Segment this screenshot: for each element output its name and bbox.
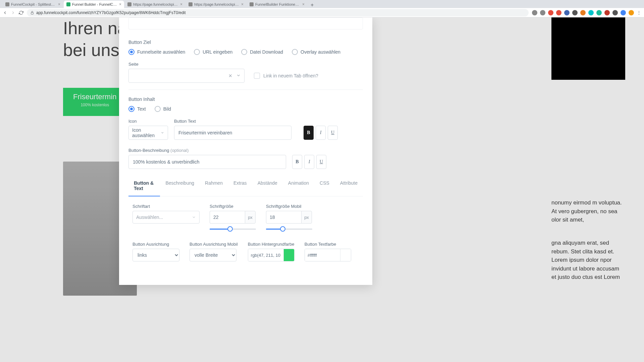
close-icon[interactable]: ×	[180, 2, 182, 7]
lock-icon	[30, 11, 34, 15]
section-title: Button Inhalt	[128, 97, 363, 102]
button-desc-input[interactable]	[128, 155, 286, 169]
schriftgroesse-input[interactable]	[210, 211, 245, 224]
tab-strip: FunnelCockpit - Splittests, Ma× Funnel B…	[0, 0, 644, 8]
bold-button[interactable]: B	[304, 126, 314, 140]
extension-icons: ⋮	[532, 10, 641, 15]
browser-toolbar: app.funnelcockpit.com/funnel/zhYZY7bGzgo…	[0, 8, 644, 17]
section-title: Button Ziel	[128, 40, 363, 45]
menu-icon[interactable]: ⋮	[637, 10, 641, 15]
unit-px: px	[301, 211, 312, 224]
favicon-icon	[66, 2, 70, 6]
address-bar[interactable]: app.funnelcockpit.com/funnel/zhYZY7bGzgo…	[27, 9, 529, 16]
browser-tab[interactable]: FunnelBuilder Funktionen & E×	[247, 1, 307, 8]
tab-abstaende[interactable]: Abstände	[252, 177, 283, 196]
page-content: Ihren näc bei uns. W Friseurtermin 100% …	[0, 17, 644, 362]
new-tab-button[interactable]: +	[308, 2, 316, 8]
tab-rahmen[interactable]: Rahmen	[200, 177, 228, 196]
avatar[interactable]	[629, 10, 634, 15]
schriftgroesse-mobil-input[interactable]	[266, 211, 301, 224]
underline-button[interactable]: U	[316, 155, 326, 169]
radio-funnelseite[interactable]: Funnelseite auswählen	[128, 49, 185, 55]
button-desc-label: Button-Beschreibung (optional)	[128, 148, 363, 153]
format-group: B I U	[304, 126, 338, 140]
underline-button[interactable]: U	[328, 126, 338, 140]
button-text-input[interactable]	[174, 126, 291, 140]
clear-icon[interactable]: ×	[226, 72, 234, 79]
style-tabs: Button & Text Beschreibung Rahmen Extras…	[128, 177, 363, 196]
tab-beschreibung[interactable]: Beschreibung	[160, 177, 200, 196]
browser-tab-active[interactable]: Funnel Builder - FunnelCockpit×	[64, 1, 124, 8]
tab-extras[interactable]: Extras	[228, 177, 252, 196]
radio-bild[interactable]: Bild	[155, 106, 171, 112]
style-row-1: Schriftart Auswählen... Schriftgröße px …	[119, 196, 372, 240]
textcolor-value[interactable]	[305, 249, 340, 261]
extension-icon[interactable]	[612, 10, 618, 15]
radio-url[interactable]: URL eingeben	[194, 49, 232, 55]
schriftgroesse-mobil-label: Schriftgröße Mobil	[266, 204, 312, 209]
extension-icon[interactable]	[564, 10, 570, 15]
close-icon[interactable]: ×	[241, 2, 244, 7]
bgcolor-label: Button Hintergrundfarbe	[248, 242, 294, 247]
extension-icon[interactable]	[596, 10, 602, 15]
close-icon[interactable]: ×	[302, 2, 305, 7]
extension-icon[interactable]	[580, 10, 586, 15]
checkbox-icon	[254, 73, 260, 79]
color-swatch[interactable]	[340, 249, 351, 261]
bold-button[interactable]: B	[292, 155, 302, 169]
extension-icon[interactable]	[604, 10, 610, 15]
extension-icon[interactable]	[588, 10, 594, 15]
radio-text[interactable]: Text	[128, 106, 146, 112]
textcolor-input[interactable]	[305, 249, 351, 261]
tab-animation[interactable]: Animation	[283, 177, 314, 196]
close-icon[interactable]: ×	[58, 2, 60, 7]
browser-tab[interactable]: https://page.funnelcockpit.co×	[125, 1, 185, 8]
schriftgroesse-mobil-slider[interactable]	[266, 226, 312, 232]
bgcolor-value[interactable]	[248, 249, 283, 261]
schriftart-label: Schriftart	[132, 204, 200, 209]
radio-datei[interactable]: Datei Download	[241, 49, 283, 55]
seite-select[interactable]: ×	[128, 69, 245, 83]
color-swatch[interactable]	[283, 249, 294, 261]
radio-overlay[interactable]: Overlay auswählen	[292, 49, 340, 55]
browser-tab[interactable]: FunnelCockpit - Splittests, Ma×	[3, 1, 63, 8]
extension-icon[interactable]	[556, 10, 561, 15]
favicon-icon	[127, 2, 131, 6]
schriftgroesse-slider[interactable]	[210, 226, 256, 232]
close-icon[interactable]: ×	[119, 2, 121, 7]
unit-px: px	[245, 211, 256, 224]
divider	[128, 89, 363, 90]
ausrichtung-label: Button Ausrichtung	[132, 242, 179, 247]
browser-chrome: FunnelCockpit - Splittests, Ma× Funnel B…	[0, 0, 644, 17]
button-text-label: Button Text	[174, 119, 291, 124]
schriftgroesse-label: Schriftgröße	[210, 204, 256, 209]
extension-icon[interactable]	[548, 10, 553, 15]
italic-button[interactable]: I	[316, 126, 326, 140]
back-icon[interactable]	[3, 10, 7, 15]
schriftart-select[interactable]: Auswählen...	[132, 211, 200, 224]
chevron-down-icon	[192, 215, 196, 219]
tab-css[interactable]: CSS	[314, 177, 335, 196]
reload-icon[interactable]	[19, 10, 23, 15]
browser-tab[interactable]: https://page.funnelcockpit.co×	[186, 1, 246, 8]
extension-icon[interactable]	[532, 10, 537, 15]
extension-icon[interactable]	[572, 10, 578, 15]
extension-icon[interactable]	[540, 10, 545, 15]
tab-attribute[interactable]: Attribute	[335, 177, 363, 196]
extension-icon[interactable]	[621, 10, 626, 15]
ausrichtung-select[interactable]: links	[132, 249, 179, 261]
chevron-down-icon	[161, 131, 164, 135]
slider-thumb[interactable]	[227, 226, 233, 232]
ausrichtung-mobil-select[interactable]: volle Breite	[190, 249, 236, 261]
slider-thumb[interactable]	[280, 226, 285, 232]
italic-button[interactable]: I	[304, 155, 314, 169]
icon-label: Icon	[128, 119, 168, 124]
newtab-checkbox[interactable]: Link in neuem Tab öffnen?	[254, 73, 318, 79]
icon-select[interactable]: Icon auswählen	[128, 126, 168, 140]
tab-button-text[interactable]: Button & Text	[128, 177, 160, 196]
radio-icon	[128, 106, 135, 112]
bgcolor-input[interactable]	[248, 249, 294, 261]
forward-icon[interactable]	[11, 10, 15, 15]
radio-icon	[194, 49, 200, 55]
chevron-down-icon[interactable]	[236, 73, 241, 79]
